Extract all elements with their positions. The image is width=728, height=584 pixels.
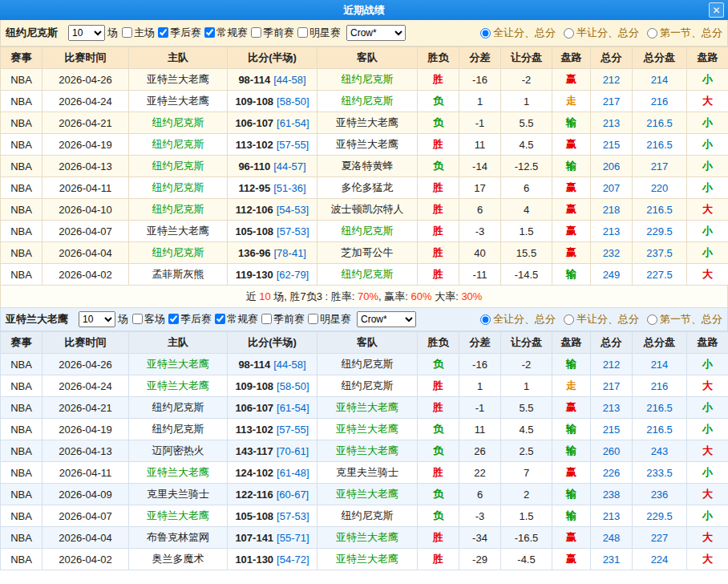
checkbox-input[interactable] xyxy=(132,314,143,324)
stat-mode-radio[interactable]: 半让分、总分 xyxy=(564,312,639,326)
checkbox-input[interactable] xyxy=(297,27,308,38)
game-row: NBA2026-04-04布鲁克林篮网107-141[55-71]亚特兰大老鹰胜… xyxy=(1,527,728,549)
handicap-line-cell: 1.5 xyxy=(501,221,552,242)
filter-checkbox[interactable]: 季前赛 xyxy=(251,26,294,40)
total-line-cell: 216.5 xyxy=(633,419,687,440)
filter-checkbox[interactable]: 季后赛 xyxy=(158,26,201,40)
filter-checkbox[interactable]: 常规赛 xyxy=(204,26,248,40)
point-diff-cell: 6 xyxy=(459,199,501,221)
win-loss-cell: 胜 xyxy=(418,527,459,549)
dialog-title: 近期战绩 xyxy=(343,3,385,18)
half-score: [61-48] xyxy=(277,467,309,479)
point-diff-cell: -16 xyxy=(459,354,501,375)
checkbox-input[interactable] xyxy=(158,27,168,38)
away-team-cell: 纽约尼克斯 xyxy=(317,221,418,242)
score-cell: 96-110[44-57] xyxy=(228,156,317,177)
checkbox-label: 常规赛 xyxy=(227,312,258,326)
filter-bar: 纽约尼克斯 10 场 主场季后赛常规赛季前赛明星赛 Crow* 全让分、总分半让… xyxy=(0,20,728,47)
away-team-cell: 夏洛特黄蜂 xyxy=(317,156,418,177)
column-header: 胜负 xyxy=(418,332,459,354)
filter-checkbox[interactable]: 季后赛 xyxy=(168,312,212,326)
handicap-line-cell: -2 xyxy=(501,69,552,91)
radio-input[interactable] xyxy=(564,28,574,39)
column-header: 盘路 xyxy=(552,332,591,354)
column-header: 总分 xyxy=(591,332,633,354)
column-header: 比赛时间 xyxy=(42,332,129,354)
league-cell: NBA xyxy=(1,527,42,549)
total-result-cell: 大 xyxy=(687,375,728,397)
point-diff-cell: 22 xyxy=(459,462,501,484)
full-score: 105-108 xyxy=(235,225,273,237)
column-header: 主队 xyxy=(129,332,228,354)
stat-mode-radio[interactable]: 第一节、总分 xyxy=(647,312,722,326)
away-team-cell: 亚特兰大老鹰 xyxy=(317,419,418,440)
full-score: 106-107 xyxy=(235,117,273,129)
stat-mode-radio[interactable]: 半让分、总分 xyxy=(564,26,639,40)
radio-input[interactable] xyxy=(647,28,657,39)
league-cell: NBA xyxy=(1,221,42,242)
game-row: NBA2026-04-21纽约尼克斯106-107[61-54]亚特兰大老鹰胜-… xyxy=(1,397,728,419)
score-cell: 105-108[57-53] xyxy=(228,221,317,242)
home-team-cell: 亚特兰大老鹰 xyxy=(129,375,228,397)
checkbox-input[interactable] xyxy=(308,314,318,324)
win-loss-cell: 负 xyxy=(418,112,459,134)
half-score: [57-55] xyxy=(277,139,309,151)
checkbox-input[interactable] xyxy=(215,314,225,324)
games-count-select[interactable]: 10 xyxy=(79,311,115,327)
radio-input[interactable] xyxy=(564,314,574,325)
point-diff-cell: -16 xyxy=(459,69,501,91)
games-count-select[interactable]: 10 xyxy=(68,25,105,41)
win-loss-cell: 胜 xyxy=(418,177,459,199)
full-score: 124-102 xyxy=(235,467,273,479)
score-cell: 98-114[44-58] xyxy=(228,354,317,375)
filter-checkbox[interactable]: 明星赛 xyxy=(297,26,341,40)
game-row: NBA2026-04-26亚特兰大老鹰98-114[44-58]纽约尼克斯负-1… xyxy=(1,354,728,375)
handicap-result-cell: 赢 xyxy=(552,134,591,156)
half-score: [61-54] xyxy=(277,402,309,414)
win-loss-cell: 胜 xyxy=(418,199,459,221)
stat-mode-radio[interactable]: 全让分、总分 xyxy=(480,26,556,40)
radio-input[interactable] xyxy=(647,314,657,325)
radio-input[interactable] xyxy=(480,314,491,325)
team-filter-select[interactable]: Crow* xyxy=(346,25,406,41)
league-cell: NBA xyxy=(1,462,42,484)
column-header: 赛事 xyxy=(1,332,42,354)
filter-checkbox[interactable]: 主场 xyxy=(122,26,155,40)
score-cell: 113-102[57-55] xyxy=(228,419,317,440)
handicap-line-cell: -14.5 xyxy=(501,264,552,286)
radio-input[interactable] xyxy=(480,28,491,39)
filter-checkbox[interactable]: 季前赛 xyxy=(261,312,305,326)
checkbox-input[interactable] xyxy=(122,27,132,38)
checkbox-input[interactable] xyxy=(251,27,261,38)
team-name: 纽约尼克斯 xyxy=(6,26,58,40)
handicap-result-cell: 输 xyxy=(552,112,591,134)
filter-checkbox[interactable]: 客场 xyxy=(132,312,165,326)
team-filter-select[interactable]: Crow* xyxy=(357,311,416,327)
stat-mode-radio[interactable]: 第一节、总分 xyxy=(647,26,722,40)
close-button[interactable]: ✕ xyxy=(709,2,724,18)
stat-mode-radio[interactable]: 全让分、总分 xyxy=(480,312,556,326)
date-cell: 2026-04-13 xyxy=(42,440,129,462)
win-loss-cell: 胜 xyxy=(418,397,459,419)
half-score: [54-72] xyxy=(277,554,309,566)
column-header: 分差 xyxy=(459,332,501,354)
total-points-cell: 213 xyxy=(591,505,633,527)
checkbox-input[interactable] xyxy=(261,314,272,324)
summary-value: 60% xyxy=(411,290,432,302)
checkbox-input[interactable] xyxy=(168,314,179,324)
column-header: 比分(半场) xyxy=(228,332,317,354)
filter-checkbox[interactable]: 常规赛 xyxy=(215,312,258,326)
league-cell: NBA xyxy=(1,134,42,156)
full-score: 109-108 xyxy=(235,380,273,392)
full-score: 98-114 xyxy=(238,74,270,86)
half-score: [51-36] xyxy=(273,182,305,194)
summary-text: , 赢率: xyxy=(378,290,411,304)
filter-checkbox[interactable]: 明星赛 xyxy=(308,312,351,326)
home-team-cell: 纽约尼克斯 xyxy=(129,419,228,440)
game-row: NBA2026-04-21纽约尼克斯106-107[61-54]亚特兰大老鹰负-… xyxy=(1,112,728,134)
radio-label: 第一节、总分 xyxy=(660,312,722,326)
date-cell: 2026-04-11 xyxy=(42,462,129,484)
home-team-cell: 亚特兰大老鹰 xyxy=(129,91,228,112)
date-cell: 2026-04-10 xyxy=(42,199,129,221)
checkbox-input[interactable] xyxy=(204,27,215,38)
